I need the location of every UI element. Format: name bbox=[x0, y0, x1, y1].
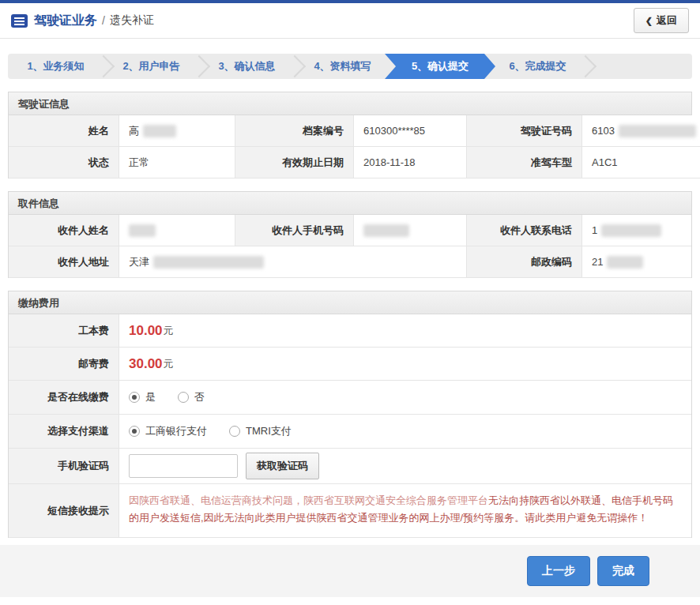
license-info-section: 驾驶证信息 姓名 高 档案编号 610300****85 驾驶证号码 6103 … bbox=[8, 92, 692, 178]
step-progress-bar: 1、业务须知 2、用户申告 3、确认信息 4、资料填写 5、确认提交 6、完成提… bbox=[8, 54, 692, 79]
sms-notice-light-text: 因陕西省联通、电信运营商技术问题，陕西省互联网交通安全综合服务管理平台 bbox=[129, 494, 488, 506]
online-payment-label: 是否在线缴费 bbox=[9, 381, 119, 415]
step-2-user-declaration[interactable]: 2、用户申告 bbox=[103, 54, 199, 79]
chevron-left-icon: ❮ bbox=[645, 16, 653, 26]
name-value: 高 bbox=[119, 115, 235, 147]
radio-checked-icon[interactable] bbox=[129, 426, 140, 437]
online-payment-yes-option[interactable]: 是 bbox=[129, 390, 156, 404]
recipient-name-value bbox=[119, 215, 235, 246]
postal-code-label: 邮政编码 bbox=[467, 246, 582, 278]
vehicle-class-value: A1C1 bbox=[582, 147, 700, 178]
recipient-mobile-value bbox=[354, 215, 467, 246]
redacted-blur bbox=[143, 125, 176, 137]
radio-unchecked-icon[interactable] bbox=[178, 392, 189, 403]
mail-fee-label: 邮寄费 bbox=[9, 348, 119, 381]
page-title: 驾驶证业务 bbox=[34, 13, 97, 29]
file-no-value: 610300****85 bbox=[354, 115, 467, 147]
license-info-title: 驾驶证信息 bbox=[9, 92, 691, 115]
channel-tmri-option[interactable]: TMRI支付 bbox=[229, 424, 292, 438]
mail-fee-unit: 元 bbox=[164, 357, 174, 371]
pickup-info-section: 取件信息 收件人姓名 收件人手机号码 收件人联系电话 1 收件人地址 天津 邮政… bbox=[8, 191, 692, 278]
channel-icbc-option[interactable]: 工商银行支付 bbox=[129, 424, 207, 438]
channel-label: 选择支付渠道 bbox=[9, 415, 119, 449]
redacted-blur bbox=[153, 256, 264, 269]
step-bar-tail bbox=[585, 54, 692, 79]
status-value: 正常 bbox=[119, 147, 235, 178]
channel-options: 工商银行支付 TMRI支付 bbox=[119, 415, 691, 449]
step-6-complete-submit[interactable]: 6、完成提交 bbox=[490, 54, 585, 79]
recipient-mobile-label: 收件人手机号码 bbox=[235, 215, 354, 246]
recipient-address-value: 天津 bbox=[119, 246, 467, 278]
status-label: 状态 bbox=[9, 147, 119, 178]
step-5-confirm-submit[interactable]: 5、确认提交 bbox=[385, 54, 495, 79]
redacted-blur bbox=[607, 256, 643, 269]
online-payment-no-label: 否 bbox=[194, 390, 205, 404]
payment-title: 缴纳费用 bbox=[9, 291, 691, 314]
action-footer: 上一步 完成 bbox=[0, 545, 700, 597]
redacted-blur bbox=[619, 125, 696, 137]
online-payment-yes-label: 是 bbox=[145, 390, 156, 404]
mail-fee-amount: 30.00 bbox=[129, 356, 163, 372]
channel-icbc-label: 工商银行支付 bbox=[145, 424, 207, 438]
redacted-blur bbox=[363, 224, 409, 237]
step-3-confirm-info[interactable]: 3、确认信息 bbox=[199, 54, 295, 79]
sms-code-label: 手机验证码 bbox=[9, 449, 119, 484]
payment-section: 缴纳费用 工本费 10.00 元 邮寄费 30.00 元 是否在线缴费 是 否 … bbox=[8, 291, 692, 538]
file-no-label: 档案编号 bbox=[235, 115, 354, 147]
breadcrumb-current: 遗失补证 bbox=[110, 13, 154, 28]
breadcrumb-divider: / bbox=[102, 14, 105, 27]
license-info-table: 姓名 高 档案编号 610300****85 驾驶证号码 6103 状态 正常 … bbox=[9, 115, 691, 178]
sms-notice-text: 因陕西省联通、电信运营商技术问题，陕西省互联网交通安全综合服务管理平台无法向持陕… bbox=[119, 484, 691, 538]
vehicle-class-label: 准驾车型 bbox=[467, 147, 582, 178]
pickup-info-table: 收件人姓名 收件人手机号码 收件人联系电话 1 收件人地址 天津 邮政编码 21 bbox=[9, 215, 691, 278]
sms-notice-label: 短信接收提示 bbox=[9, 484, 119, 538]
expiry-value: 2018-11-18 bbox=[354, 147, 467, 178]
radio-unchecked-icon[interactable] bbox=[229, 426, 240, 437]
previous-step-button[interactable]: 上一步 bbox=[527, 556, 590, 586]
redacted-blur bbox=[601, 224, 661, 237]
license-service-icon bbox=[11, 14, 28, 28]
license-no-label: 驾驶证号码 bbox=[467, 115, 582, 147]
mail-fee-value: 30.00 元 bbox=[119, 348, 691, 381]
back-button[interactable]: ❮ 返回 bbox=[634, 8, 689, 33]
channel-tmri-label: TMRI支付 bbox=[246, 424, 292, 438]
page-header: 驾驶证业务 / 遗失补证 ❮ 返回 bbox=[0, 3, 700, 39]
name-label: 姓名 bbox=[9, 115, 119, 147]
online-payment-no-option[interactable]: 否 bbox=[178, 390, 205, 404]
sms-code-input[interactable] bbox=[129, 454, 238, 478]
radio-checked-icon[interactable] bbox=[129, 392, 140, 403]
license-no-value: 6103 bbox=[582, 115, 700, 147]
finish-button[interactable]: 完成 bbox=[597, 556, 649, 586]
work-fee-label: 工本费 bbox=[9, 314, 119, 348]
expiry-label: 有效期止日期 bbox=[235, 147, 354, 178]
payment-table: 工本费 10.00 元 邮寄费 30.00 元 是否在线缴费 是 否 选择支付渠… bbox=[9, 314, 691, 538]
get-sms-code-button[interactable]: 获取验证码 bbox=[246, 453, 319, 479]
work-fee-value: 10.00 元 bbox=[119, 314, 691, 348]
redacted-blur bbox=[129, 224, 156, 237]
step-4-fill-data[interactable]: 4、资料填写 bbox=[295, 54, 390, 79]
step-1-business-notice[interactable]: 1、业务须知 bbox=[8, 54, 103, 79]
recipient-phone-value: 1 bbox=[582, 215, 691, 246]
pickup-info-title: 取件信息 bbox=[9, 192, 691, 215]
recipient-name-label: 收件人姓名 bbox=[9, 215, 119, 246]
recipient-address-label: 收件人地址 bbox=[9, 246, 119, 278]
sms-code-row: 获取验证码 bbox=[119, 449, 691, 484]
work-fee-unit: 元 bbox=[164, 324, 174, 338]
work-fee-amount: 10.00 bbox=[129, 323, 163, 339]
recipient-phone-label: 收件人联系电话 bbox=[467, 215, 582, 246]
online-payment-options: 是 否 bbox=[119, 381, 691, 415]
postal-code-value: 21 bbox=[582, 246, 691, 278]
back-button-label: 返回 bbox=[657, 13, 677, 28]
